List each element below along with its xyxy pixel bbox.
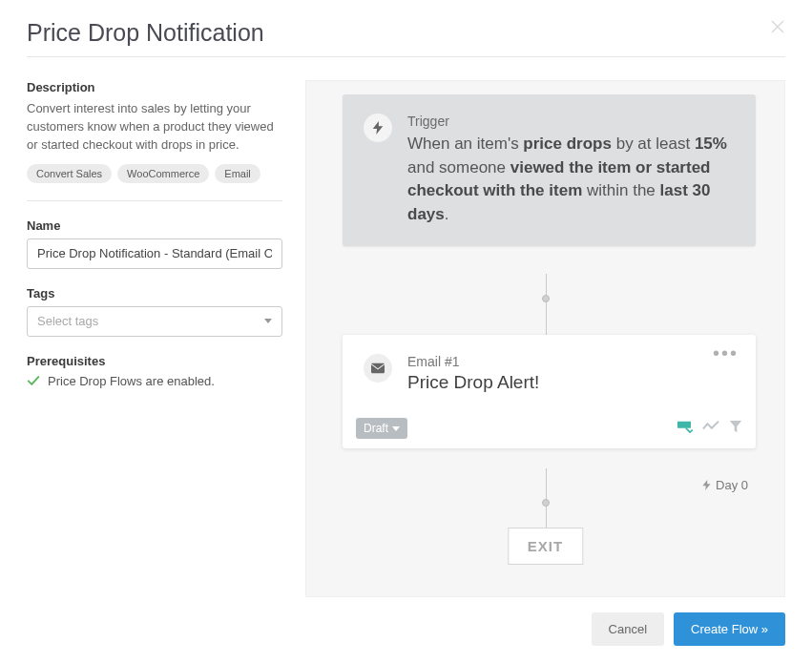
status-chip[interactable]: Draft	[356, 418, 407, 439]
name-heading: Name	[27, 218, 282, 233]
category-tags: Convert Sales WooCommerce Email	[27, 164, 282, 183]
header-divider	[27, 56, 785, 57]
create-flow-button[interactable]: Create Flow »	[674, 612, 785, 646]
more-icon[interactable]: •••	[713, 348, 739, 358]
connector-node[interactable]	[542, 295, 550, 302]
chevron-down-icon	[264, 319, 272, 323]
tags-heading: Tags	[27, 286, 282, 300]
email-icon	[364, 354, 392, 383]
analytics-icon[interactable]	[702, 420, 719, 437]
email-subject: Price Drop Alert!	[407, 372, 539, 393]
chevron-down-icon	[392, 426, 400, 431]
timing-label: Day 0	[701, 478, 748, 492]
connector-line	[546, 274, 547, 335]
prerequisites-heading: Prerequisites	[27, 354, 282, 368]
cancel-button[interactable]: Cancel	[592, 612, 664, 646]
name-input[interactable]	[27, 238, 282, 269]
tags-select[interactable]: Select tags	[27, 306, 282, 337]
pill-convert-sales: Convert Sales	[27, 164, 112, 183]
trigger-label: Trigger	[407, 114, 735, 129]
flow-canvas: Trigger When an item's price drops by at…	[305, 80, 785, 597]
connector-line	[546, 468, 547, 528]
email-card[interactable]: Email #1 Price Drop Alert! ••• Draft	[343, 335, 756, 448]
pill-woocommerce: WooCommerce	[117, 164, 209, 183]
status-chip-label: Draft	[364, 422, 388, 435]
trigger-text: When an item's price drops by at least 1…	[407, 133, 735, 227]
filter-icon[interactable]	[729, 420, 742, 437]
page-title: Price Drop Notification	[27, 19, 785, 47]
left-divider	[27, 200, 282, 201]
prerequisite-text: Price Drop Flows are enabled.	[48, 374, 215, 388]
svg-rect-2	[371, 363, 385, 374]
pill-email: Email	[215, 164, 260, 183]
delivery-icon[interactable]	[676, 420, 693, 437]
description-text: Convert interest into sales by letting y…	[27, 100, 282, 155]
trigger-card[interactable]: Trigger When an item's price drops by at…	[343, 94, 756, 246]
exit-card: EXIT	[508, 528, 583, 565]
description-heading: Description	[27, 80, 282, 94]
tags-placeholder: Select tags	[37, 314, 98, 328]
prerequisite-item: Price Drop Flows are enabled.	[27, 374, 282, 390]
close-icon[interactable]	[770, 19, 785, 34]
email-label: Email #1	[407, 354, 539, 369]
check-icon	[27, 374, 40, 390]
bolt-icon	[364, 114, 392, 142]
connector-node[interactable]	[542, 499, 550, 507]
